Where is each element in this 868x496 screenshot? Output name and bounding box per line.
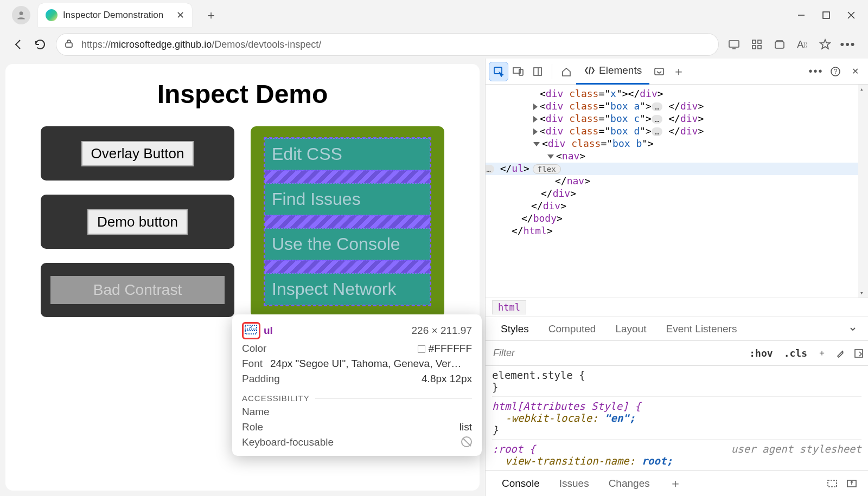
svg-point-0 [20,11,23,15]
svg-rect-13 [245,325,250,329]
styles-expand-icon[interactable] [843,319,863,339]
more-options-icon[interactable]: ••• [806,62,826,81]
drawer-link-icon[interactable] [822,474,842,493]
tooltip-dimensions: 226 × 211.97 [412,325,472,337]
box-demo: Demo button [41,195,234,249]
device-emulation-icon[interactable] [508,62,528,81]
window-maximize[interactable] [814,2,839,28]
close-devtools-icon[interactable]: ✕ [845,62,865,81]
nav-item-edit-css[interactable]: Edit CSS [265,138,430,170]
highlighted-ul[interactable]: Edit CSS Find Issues Use the Console Ins… [264,137,431,306]
edge-favicon [46,9,58,21]
tab-layout[interactable]: Layout [605,317,656,341]
devtools-drawer: Console Issues Changes ＋ [486,470,868,496]
hov-toggle[interactable]: :hov [744,347,778,359]
drawer-issues[interactable]: Issues [550,478,599,489]
style-rules[interactable]: element.style { } html[Attributes Style]… [486,366,868,470]
svg-rect-5 [66,43,72,47]
svg-rect-14 [252,325,257,329]
margin-overlay [265,260,430,273]
lock-icon [64,38,76,50]
tooltip-element: ul [264,325,273,337]
svg-rect-19 [534,68,541,75]
svg-rect-10 [752,46,756,49]
drawer-changes[interactable]: Changes [599,478,660,489]
tab-title: Inspector Demonstration [63,10,163,21]
svg-rect-6 [729,41,739,47]
new-style-rule-icon[interactable]: ＋ [813,347,831,359]
nav-box: Edit CSS Find Issues Use the Console Ins… [251,126,444,317]
overlay-button[interactable]: Overlay Button [81,141,194,166]
svg-rect-21 [655,68,663,75]
new-tab-icon[interactable]: ＋ [669,62,688,81]
page-viewport: Inspect Demo Overlay Button Demo button … [0,59,485,496]
svg-rect-18 [519,69,523,75]
tab-styles[interactable]: Styles [491,317,539,341]
settings-more-icon[interactable]: ••• [838,34,858,55]
devtools-toolbar: Elements ＋ ••• ? ✕ [486,59,868,85]
drawer-expand-icon[interactable] [842,474,861,493]
svg-rect-25 [828,480,837,487]
drawer-console[interactable]: Console [492,478,550,489]
desktop-icon[interactable] [724,34,744,55]
browser-tab[interactable]: Inspector Demonstration ✕ [38,3,192,27]
svg-rect-11 [758,46,761,49]
nav-item-network[interactable]: Inspect Network [265,273,430,305]
window-minimize[interactable] [789,2,814,28]
nav-item-console[interactable]: Use the Console [265,228,430,260]
cls-toggle[interactable]: .cls [778,347,813,359]
help-icon[interactable]: ? [826,62,845,81]
inspect-element-icon[interactable] [489,62,508,81]
tab-close-icon[interactable]: ✕ [176,9,184,21]
dom-breadcrumb[interactable]: html [486,298,868,317]
content-area: Inspect Demo Overlay Button Demo button … [0,59,868,496]
read-aloud-icon[interactable]: A)) [792,34,813,55]
welcome-tab-icon[interactable] [557,62,576,81]
svg-rect-12 [775,42,784,48]
window-close[interactable] [839,2,864,28]
back-button[interactable] [8,34,29,55]
flex-badge-icon [242,322,260,339]
computed-styles-icon[interactable] [850,349,868,358]
dock-side-icon[interactable] [528,62,547,81]
profile-avatar[interactable] [12,6,30,24]
styles-tabs: Styles Computed Layout Event Listeners [486,317,868,341]
collections-icon[interactable] [769,34,790,55]
page-heading: Inspect Demo [41,79,444,109]
box-bad-contrast: Bad Contrast [41,263,234,317]
svg-rect-15 [245,331,257,334]
apps-icon[interactable] [746,34,767,55]
refresh-button[interactable] [29,34,51,55]
styles-filter-row: :hov .cls ＋ [486,341,868,366]
svg-text:?: ? [834,68,838,75]
not-focusable-icon [461,436,472,447]
new-tab-button[interactable]: ＋ [202,6,220,24]
styles-filter-input[interactable] [486,347,744,359]
elements-tab[interactable]: Elements [576,59,649,85]
url-text: https://microsoftedge.github.io/Demos/de… [81,39,321,50]
box-overlay: Overlay Button [41,126,234,181]
address-bar[interactable]: https://microsoftedge.github.io/Demos/de… [56,34,718,55]
nav-item-find-issues[interactable]: Find Issues [265,183,430,215]
margin-overlay [265,170,430,183]
margin-overlay [265,215,430,228]
browser-toolbar: https://microsoftedge.github.io/Demos/de… [0,30,868,59]
demo-button[interactable]: Demo button [87,209,188,235]
titlebar: Inspector Demonstration ✕ ＋ [0,0,868,30]
svg-rect-9 [758,40,761,43]
svg-rect-2 [823,12,829,18]
drawer-add-icon[interactable]: ＋ [660,475,691,492]
more-tabs-dropdown[interactable] [649,62,669,81]
selected-dom-line: <ul>… </ul>flex [486,163,868,175]
devtools-panel: Elements ＋ ••• ? ✕ <div class="x"></div>… [485,59,868,496]
dom-scrollbar[interactable]: ▴▾ [858,85,868,298]
bad-contrast-button[interactable]: Bad Contrast [50,276,225,304]
favorite-icon[interactable] [815,34,835,55]
tab-computed[interactable]: Computed [539,317,606,341]
paintbrush-icon[interactable] [831,349,850,358]
tab-event-listeners[interactable]: Event Listeners [656,317,746,341]
inspector-tooltip: ul 226 × 211.97 Color#FFFFFF Font24px "S… [232,314,482,456]
svg-rect-8 [752,40,756,43]
dom-tree[interactable]: <div class="x"></div> <div class="box a"… [486,85,868,298]
